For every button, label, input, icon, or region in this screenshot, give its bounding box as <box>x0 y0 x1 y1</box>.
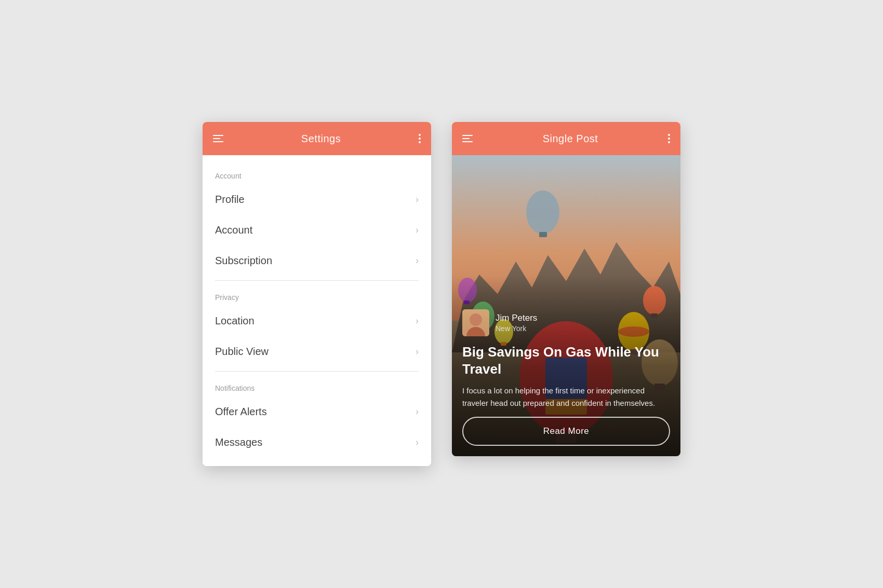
location-chevron-icon: › <box>416 316 419 326</box>
author-info: Jim Peters New York <box>496 313 537 333</box>
account-chevron-icon: › <box>416 225 419 236</box>
svg-point-6 <box>526 190 559 234</box>
public-view-label: Public View <box>215 346 269 358</box>
divider-2 <box>215 371 419 372</box>
read-more-button[interactable]: Read More <box>462 417 670 446</box>
subscription-item[interactable]: Subscription › <box>203 245 431 276</box>
page-wrapper: Settings Account Profile › Account › Sub… <box>182 101 701 487</box>
messages-chevron-icon: › <box>416 437 419 448</box>
divider-1 <box>215 280 419 281</box>
avatar-face <box>462 309 489 336</box>
author-avatar <box>462 309 489 336</box>
notifications-section-label: Notifications <box>203 376 431 396</box>
privacy-section-label: Privacy <box>203 285 431 306</box>
offer-alerts-label: Offer Alerts <box>215 406 267 418</box>
post-title-bar: Single Post <box>543 133 598 145</box>
single-post-phone: Single Post <box>452 122 680 456</box>
menu-icon[interactable] <box>213 135 223 142</box>
author-name: Jim Peters <box>496 313 537 323</box>
public-view-item[interactable]: Public View › <box>203 336 431 367</box>
profile-item[interactable]: Profile › <box>203 184 431 215</box>
account-label: Account <box>215 224 252 236</box>
location-item[interactable]: Location › <box>203 306 431 336</box>
settings-phone: Settings Account Profile › Account › Sub… <box>203 122 431 466</box>
post-hero-image: Jim Peters New York Big Savings On Gas W… <box>452 155 680 456</box>
settings-content: Account Profile › Account › Subscription… <box>203 155 431 466</box>
post-content-overlay: Jim Peters New York Big Savings On Gas W… <box>452 299 680 456</box>
account-item[interactable]: Account › <box>203 215 431 245</box>
post-menu-icon[interactable] <box>462 135 473 142</box>
location-label: Location <box>215 315 255 327</box>
post-excerpt: I focus a lot on helping the first time … <box>462 385 670 409</box>
author-location: New York <box>496 324 537 333</box>
post-heading: Big Savings On Gas While You Travel <box>462 344 670 377</box>
public-view-chevron-icon: › <box>416 346 419 357</box>
post-app-bar: Single Post <box>452 122 680 155</box>
svg-rect-7 <box>539 232 547 237</box>
subscription-label: Subscription <box>215 255 272 267</box>
messages-item[interactable]: Messages › <box>203 427 431 458</box>
account-section-label: Account <box>203 163 431 184</box>
more-options-icon[interactable] <box>419 134 421 143</box>
messages-label: Messages <box>215 436 262 448</box>
offer-alerts-chevron-icon: › <box>416 406 419 417</box>
post-author: Jim Peters New York <box>462 309 670 336</box>
profile-label: Profile <box>215 194 245 206</box>
offer-alerts-item[interactable]: Offer Alerts › <box>203 396 431 427</box>
profile-chevron-icon: › <box>416 194 419 205</box>
subscription-chevron-icon: › <box>416 255 419 266</box>
settings-title: Settings <box>301 133 341 145</box>
settings-app-bar: Settings <box>203 122 431 155</box>
post-more-icon[interactable] <box>668 134 670 143</box>
